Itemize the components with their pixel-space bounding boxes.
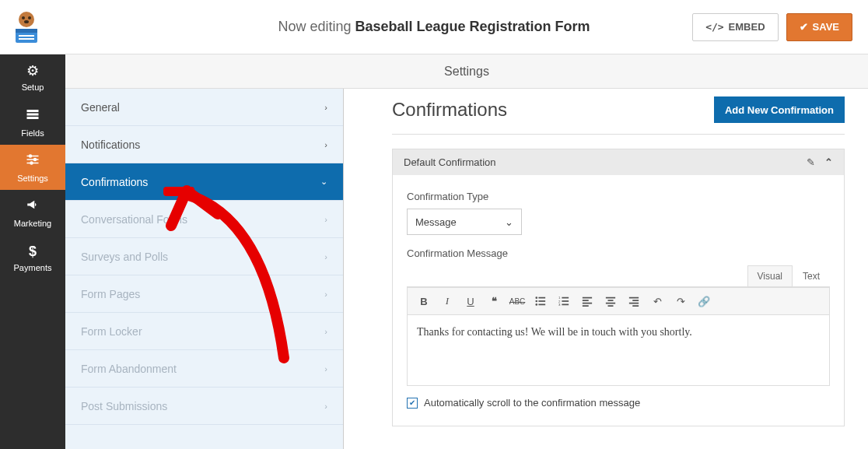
chevron-down-icon: ⌄ [505, 216, 513, 228]
settings-subpanel: General› Notifications› Confirmations⌄ C… [65, 54, 344, 449]
svg-point-16 [30, 161, 33, 165]
svg-rect-39 [629, 303, 639, 304]
svg-rect-26 [562, 300, 569, 302]
svg-point-1 [22, 16, 25, 19]
undo-icon[interactable]: ↶ [647, 291, 667, 311]
autoscroll-checkbox-row[interactable]: ✔ Automatically scroll to the confirmati… [407, 397, 830, 409]
sidebar-item-notifications[interactable]: Notifications› [65, 126, 343, 163]
svg-rect-40 [632, 305, 639, 307]
add-confirmation-button[interactable]: Add New Confirmation [714, 96, 845, 123]
svg-rect-34 [608, 300, 614, 301]
editing-label: Now editing Baseball League Registration… [278, 19, 590, 35]
strikethrough-icon[interactable]: ABC [507, 291, 527, 311]
svg-point-14 [33, 157, 37, 161]
italic-icon[interactable]: I [437, 291, 457, 311]
chevron-right-icon: › [324, 364, 327, 374]
svg-rect-18 [538, 297, 545, 299]
list-icon [26, 107, 40, 125]
confirmation-panel-header[interactable]: Default Confirmation ✎ ⌃ [393, 149, 844, 175]
align-right-icon[interactable] [624, 291, 644, 311]
nav-marketing[interactable]: Marketing [0, 190, 65, 235]
chevron-right-icon: › [324, 402, 327, 411]
confirmation-message-label: Confirmation Message [407, 247, 830, 259]
svg-rect-20 [538, 300, 545, 302]
sliders-icon [26, 153, 40, 170]
confirmation-type-label: Confirmation Type [407, 191, 830, 202]
nav-setup[interactable]: ⚙ Setup [0, 54, 65, 100]
svg-rect-30 [583, 300, 589, 301]
settings-title-bar: Settings [65, 54, 868, 89]
confirmation-panel-title: Default Confirmation [404, 156, 496, 168]
underline-icon[interactable]: U [460, 291, 481, 311]
svg-point-12 [29, 154, 33, 158]
nav-label: Setup [22, 82, 44, 92]
svg-point-2 [28, 16, 31, 19]
top-bar: Now editing Baseball League Registration… [0, 0, 868, 54]
editor-tab-text[interactable]: Text [793, 265, 830, 286]
left-nav: ⚙ Setup Fields Settings Marketing $ Paym… [0, 54, 65, 449]
embed-button[interactable]: </> EMBED [692, 13, 778, 41]
svg-rect-35 [606, 303, 615, 304]
chevron-down-icon: ⌄ [320, 177, 327, 187]
editor-toolbar: B I U ❝ ABC 123 ↶ ↷ 🔗 [408, 287, 829, 315]
form-name: Baseball League Registration Form [355, 19, 590, 34]
checkbox-checked-icon[interactable]: ✔ [407, 398, 418, 409]
chevron-right-icon: › [324, 215, 327, 224]
gear-icon: ⚙ [26, 62, 39, 79]
save-button[interactable]: ✔ SAVE [786, 13, 852, 41]
bullhorn-icon [26, 198, 40, 216]
confirmation-panel: Default Confirmation ✎ ⌃ Confirmation Ty… [392, 149, 845, 426]
numbered-list-icon[interactable]: 123 [554, 291, 574, 311]
nav-fields[interactable]: Fields [0, 100, 65, 145]
svg-rect-33 [606, 297, 615, 299]
bold-icon[interactable]: B [414, 291, 434, 311]
editor-tab-visual[interactable]: Visual [747, 265, 793, 286]
svg-point-17 [535, 296, 537, 299]
svg-point-21 [535, 303, 537, 306]
sidebar-item-post-submissions[interactable]: Post Submissions› [65, 388, 343, 425]
editor-textarea[interactable]: Thanks for contacting us! We will be in … [408, 315, 829, 385]
app-logo [8, 9, 45, 46]
nav-payments[interactable]: $ Payments [0, 235, 65, 280]
svg-rect-22 [538, 304, 545, 306]
chevron-up-icon[interactable]: ⌃ [824, 156, 833, 168]
svg-rect-6 [19, 35, 34, 37]
nav-label: Settings [17, 174, 48, 183]
nav-label: Marketing [14, 219, 51, 228]
svg-rect-24 [562, 297, 569, 299]
pencil-icon[interactable]: ✎ [807, 156, 815, 168]
svg-rect-9 [27, 113, 39, 115]
sidebar-item-conversational-forms[interactable]: Conversational Forms› [65, 201, 343, 238]
sidebar-item-form-abandonment[interactable]: Form Abandonment› [65, 350, 343, 388]
svg-point-0 [19, 12, 34, 27]
svg-point-19 [535, 300, 537, 303]
chevron-right-icon: › [324, 327, 327, 336]
link-icon[interactable]: 🔗 [694, 291, 714, 311]
align-left-icon[interactable] [577, 291, 597, 311]
sidebar-item-form-locker[interactable]: Form Locker› [65, 313, 343, 350]
svg-text:3: 3 [558, 303, 561, 307]
nav-settings[interactable]: Settings [0, 145, 65, 190]
sidebar-item-general[interactable]: General› [65, 89, 343, 126]
sidebar-item-surveys-polls[interactable]: Surveys and Polls› [65, 238, 343, 275]
svg-rect-31 [583, 303, 592, 304]
align-center-icon[interactable] [600, 291, 621, 311]
chevron-right-icon: › [324, 103, 327, 112]
sidebar-item-form-pages[interactable]: Form Pages› [65, 275, 343, 313]
svg-rect-7 [19, 38, 34, 40]
redo-icon[interactable]: ↷ [670, 291, 691, 311]
editing-prefix: Now editing [278, 19, 351, 34]
chevron-right-icon: › [324, 289, 327, 299]
blockquote-icon[interactable]: ❝ [484, 291, 504, 311]
nav-label: Fields [21, 128, 44, 138]
confirmation-type-select[interactable]: Message ⌄ [407, 209, 522, 235]
bullet-list-icon[interactable] [530, 291, 551, 311]
sidebar-item-confirmations[interactable]: Confirmations⌄ [65, 163, 343, 201]
check-icon: ✔ [800, 21, 808, 33]
code-icon: </> [705, 21, 723, 33]
autoscroll-label: Automatically scroll to the confirmation… [424, 397, 640, 409]
dollar-icon: $ [29, 244, 37, 260]
svg-rect-36 [608, 305, 614, 307]
chevron-right-icon: › [324, 140, 327, 149]
svg-rect-29 [583, 297, 592, 299]
